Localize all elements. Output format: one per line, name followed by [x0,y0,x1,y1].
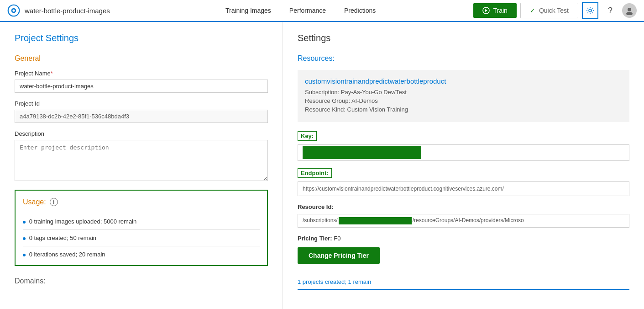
description-field: Description [15,130,268,190]
resources-label: Resources: [298,54,629,63]
logo-icon [7,4,20,17]
app-header: water-bottle-product-images Training Ima… [0,0,644,22]
main-nav: Training Images Performance Predictions [128,0,473,21]
endpoint-section: Endpoint: https://customvisiontrainandpr… [298,168,629,196]
help-button[interactable]: ? [602,2,618,19]
key-masked-value [303,146,421,159]
resource-card: customvisiontrainandpredictwaterbottlepr… [298,70,629,122]
usage-title: Usage: i [23,198,260,206]
quick-test-button[interactable]: ✓ Quick Test [520,3,578,18]
project-name-input[interactable] [15,80,268,93]
svg-point-2 [12,9,15,11]
right-panel: Settings Resources: customvisiontrainand… [283,22,644,309]
project-id-label: Project Id [15,100,268,107]
resource-kind: Resource Kind: Custom Vision Training [305,106,622,113]
general-section-title: General [15,54,268,63]
train-button[interactable]: Train [473,3,517,18]
change-pricing-tier-button[interactable]: Change Pricing Tier [298,247,380,264]
endpoint-value: https://customvisiontrainandpredictwater… [298,181,629,196]
svg-point-6 [626,12,633,15]
key-section: Key: [298,131,629,161]
description-label: Description [15,130,268,137]
logo-area: water-bottle-product-images [7,4,110,17]
usage-item-1: 0 training images uploaded; 5000 remain [23,213,260,230]
project-name-field: Project Name* [15,70,268,100]
usage-dot-1 [23,221,26,224]
description-textarea[interactable] [15,140,268,181]
projects-created-row: 1 projects created; 1 remain [298,278,629,290]
usage-dot-3 [23,254,26,256]
key-label-tag: Key: [298,131,317,141]
settings-title: Settings [298,33,629,43]
usage-dot-2 [23,237,26,240]
project-id-input [15,110,268,123]
resource-id-section: Resource Id: /subscriptions//resourceGro… [298,203,629,228]
svg-point-5 [628,8,631,11]
main-content: Project Settings General Project Name* P… [0,22,644,309]
nav-predictions[interactable]: Predictions [335,0,385,21]
nav-training-images[interactable]: Training Images [216,0,280,21]
project-id-field: Project Id [15,100,268,130]
resource-name: customvisiontrainandpredictwaterbottlepr… [305,77,622,85]
usage-item-2: 0 tags created; 50 remain [23,230,260,246]
nav-performance[interactable]: Performance [280,0,335,21]
endpoint-label-tag: Endpoint: [298,168,332,178]
pricing-tier-label: Pricing Tier: F0 [298,235,629,242]
resource-id-masked [339,217,412,224]
svg-point-4 [589,9,592,12]
info-icon[interactable]: i [50,198,58,206]
resource-id-input: /subscriptions//resourceGroups/AI-Demos/… [298,214,629,228]
usage-item-3: 0 iterations saved; 20 remain [23,246,260,258]
project-name-header: water-bottle-product-images [25,7,110,15]
domains-section-title: Domains: [15,277,268,285]
user-avatar[interactable] [622,3,637,18]
usage-box: Usage: i 0 training images uploaded; 500… [15,190,268,266]
project-settings-title: Project Settings [15,33,268,43]
left-panel: Project Settings General Project Name* P… [0,22,283,309]
resource-group: Resource Group: AI-Demos [305,97,622,104]
project-name-label: Project Name* [15,70,268,77]
train-icon [482,7,490,14]
gear-icon [586,6,594,15]
settings-icon-button[interactable] [582,2,598,19]
avatar-icon [625,6,634,15]
required-marker: * [51,70,53,77]
header-actions: Train ✓ Quick Test ? [473,2,637,19]
resource-id-label: Resource Id: [298,203,629,210]
key-input-container [298,144,629,161]
pricing-tier-section: Pricing Tier: F0 Change Pricing Tier [298,235,629,271]
resource-subscription: Subscription: Pay-As-You-Go Dev/Test [305,89,622,96]
